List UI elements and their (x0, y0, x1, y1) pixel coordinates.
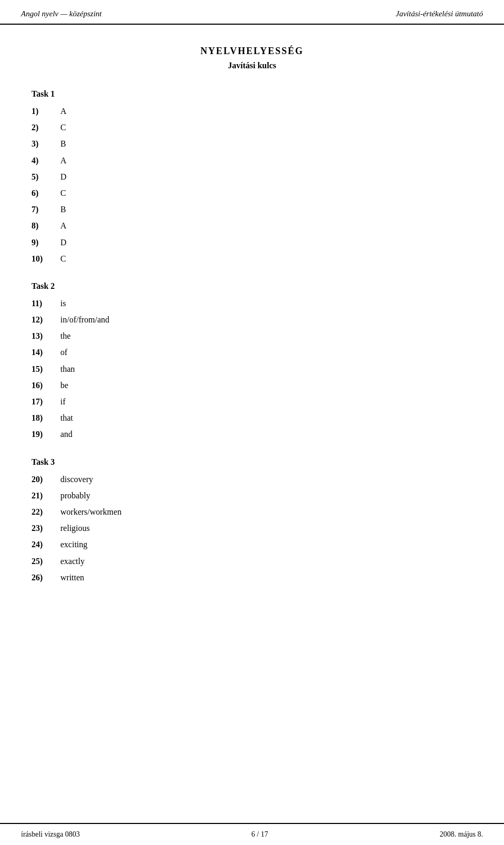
answer-number: 25) (32, 554, 60, 568)
answer-row: 18)that (32, 411, 472, 425)
answer-row: 12)in/of/from/and (32, 312, 472, 327)
answer-row: 10)C (32, 252, 472, 266)
answer-number: 6) (32, 186, 60, 200)
answer-value: than (60, 362, 75, 376)
answer-value: the (60, 329, 71, 343)
answer-value: A (60, 104, 67, 118)
answer-value: D (60, 170, 67, 184)
answer-value: C (60, 120, 66, 134)
answer-value: workers/workmen (60, 505, 121, 519)
answer-row: 25)exactly (32, 554, 472, 568)
task-label-task1: Task 1 (32, 89, 472, 99)
answer-number: 4) (32, 153, 60, 168)
answer-number: 15) (32, 362, 60, 376)
answer-number: 12) (32, 312, 60, 327)
answer-value: religious (60, 521, 90, 535)
answer-value: exciting (60, 537, 88, 551)
answer-row: 16)be (32, 378, 472, 392)
answer-value: exactly (60, 554, 85, 568)
answer-number: 11) (32, 296, 60, 310)
page-header: Angol nyelv — középszint Javítási-értéke… (0, 0, 504, 25)
answer-number: 3) (32, 137, 60, 151)
answer-value: A (60, 218, 67, 233)
answer-value: C (60, 186, 66, 200)
answer-row: 23)religious (32, 521, 472, 535)
answer-number: 21) (32, 488, 60, 503)
page-footer: írásbeli vizsga 0803 6 / 17 2008. május … (0, 823, 504, 845)
answer-row: 14)of (32, 345, 472, 359)
answer-row: 8)A (32, 218, 472, 233)
answer-value: in/of/from/and (60, 312, 109, 327)
task-section-task2: Task 211)is12)in/of/from/and13)the14)of1… (32, 281, 472, 442)
answer-row: 1)A (32, 104, 472, 118)
answer-row: 9)D (32, 235, 472, 249)
answer-number: 14) (32, 345, 60, 359)
answer-number: 2) (32, 120, 60, 134)
answer-number: 13) (32, 329, 60, 343)
answer-value: be (60, 378, 68, 392)
footer-left: írásbeli vizsga 0803 (21, 830, 80, 839)
footer-center: 6 / 17 (251, 830, 268, 839)
answer-number: 1) (32, 104, 60, 118)
answer-row: 24)exciting (32, 537, 472, 551)
task-label-task3: Task 3 (32, 457, 472, 467)
answer-number: 23) (32, 521, 60, 535)
answer-row: 7)B (32, 202, 472, 216)
answer-number: 18) (32, 411, 60, 425)
answer-row: 3)B (32, 137, 472, 151)
answer-number: 19) (32, 427, 60, 441)
answer-row: 6)C (32, 186, 472, 200)
answer-value: B (60, 202, 66, 216)
answer-number: 5) (32, 170, 60, 184)
task-label-task2: Task 2 (32, 281, 472, 291)
answer-value: A (60, 153, 67, 168)
answer-number: 24) (32, 537, 60, 551)
answer-row: 17)if (32, 394, 472, 409)
answer-row: 21)probably (32, 488, 472, 503)
answer-number: 22) (32, 505, 60, 519)
answer-row: 4)A (32, 153, 472, 168)
answer-value: of (60, 345, 67, 359)
answer-number: 26) (32, 570, 60, 585)
answer-value: that (60, 411, 73, 425)
answer-value: D (60, 235, 67, 249)
answer-row: 26)written (32, 570, 472, 585)
tasks-container: Task 11)A2)C3)B4)A5)D6)C7)B8)A9)D10)CTas… (32, 89, 472, 585)
answer-value: probably (60, 488, 90, 503)
answer-row: 20)discovery (32, 472, 472, 486)
page-title: NYELVHELYESSÉG (32, 46, 472, 57)
answer-value: and (60, 427, 72, 441)
answer-number: 10) (32, 252, 60, 266)
header-right: Javítási-értékelési útmutató (396, 9, 483, 18)
answer-number: 17) (32, 394, 60, 409)
answer-row: 15)than (32, 362, 472, 376)
subtitle: Javítási kulcs (32, 61, 472, 70)
task-section-task3: Task 320)discovery21)probably22)workers/… (32, 457, 472, 585)
task-section-task1: Task 11)A2)C3)B4)A5)D6)C7)B8)A9)D10)C (32, 89, 472, 266)
answer-row: 19)and (32, 427, 472, 441)
footer-right: 2008. május 8. (440, 830, 483, 839)
answer-number: 7) (32, 202, 60, 216)
answer-row: 2)C (32, 120, 472, 134)
answer-value: B (60, 137, 66, 151)
answer-number: 9) (32, 235, 60, 249)
main-content: NYELVHELYESSÉG Javítási kulcs Task 11)A2… (0, 25, 504, 845)
answer-number: 8) (32, 218, 60, 233)
answer-number: 16) (32, 378, 60, 392)
page-container: Angol nyelv — középszint Javítási-értéke… (0, 0, 504, 845)
answer-value: C (60, 252, 66, 266)
answer-row: 11)is (32, 296, 472, 310)
header-left: Angol nyelv — középszint (21, 9, 102, 18)
answer-row: 5)D (32, 170, 472, 184)
answer-value: is (60, 296, 66, 310)
answer-value: if (60, 394, 66, 409)
answer-row: 22)workers/workmen (32, 505, 472, 519)
answer-number: 20) (32, 472, 60, 486)
answer-value: discovery (60, 472, 93, 486)
answer-value: written (60, 570, 84, 585)
answer-row: 13)the (32, 329, 472, 343)
